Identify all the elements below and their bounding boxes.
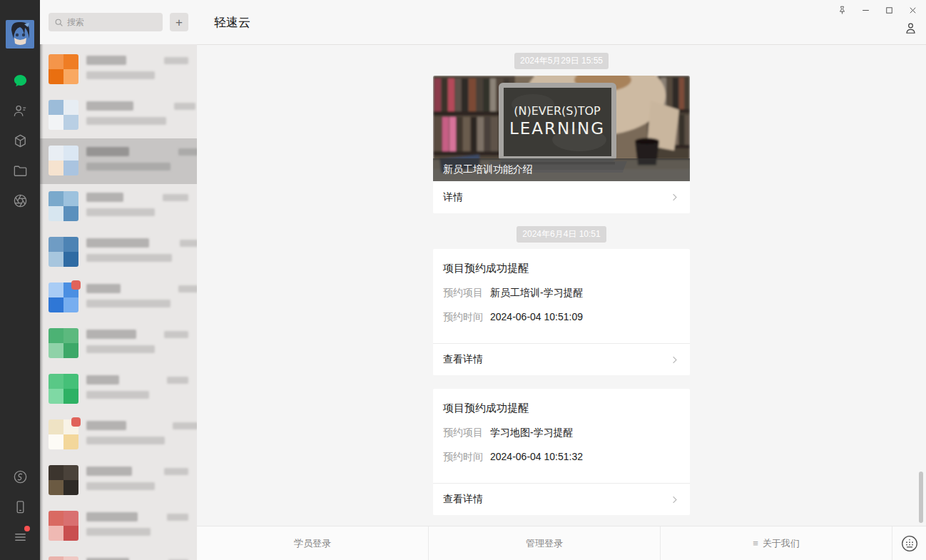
chat-list-item[interactable] [40,458,197,504]
field-value: 2024-06-04 10:51:09 [490,311,583,324]
field-value: 新员工培训-学习提醒 [490,287,584,300]
chat-time-redacted [167,514,188,521]
chat-time-redacted [163,194,188,201]
chat-list-item[interactable] [40,93,197,138]
chat-avatar [49,556,78,560]
user-avatar[interactable] [6,20,34,49]
search-row: + [40,0,197,44]
chat-name-redacted [86,238,149,248]
notice-detail-link[interactable]: 查看详情 [433,483,690,515]
search-box[interactable] [49,13,163,31]
pin-icon[interactable] [835,4,848,16]
chat-avatar [49,100,78,130]
more-menu-icon[interactable] [0,521,40,551]
chat-name-redacted [86,193,123,202]
chat-name-redacted [86,467,132,476]
notification-dot [24,526,30,531]
unread-badge [71,417,81,427]
maximize-icon[interactable] [882,4,895,16]
menu-item-about-us[interactable]: ≡ 关于我们 [661,526,892,560]
chat-list-item[interactable] [40,138,197,184]
chat-list-item[interactable] [40,412,197,458]
keyboard-toggle-icon[interactable] [892,526,926,560]
notice-message-card: 项目预约成功提醒 预约项目 学习地图-学习提醒 预约时间 2024-06-04 … [433,389,690,515]
chat-meta [86,556,161,560]
chat-name-redacted [86,375,119,385]
menu-label: 学员登录 [294,537,331,550]
chat-time-redacted [164,57,188,64]
date-separator: 2024年6月4日 10:51 [517,226,606,243]
chat-preview-redacted [86,163,171,170]
chat-name-redacted [86,421,126,430]
notice-detail-link[interactable]: 查看详情 [433,343,690,375]
mini-programs-icon[interactable] [0,462,40,492]
search-input[interactable] [67,17,157,27]
add-chat-button[interactable]: + [170,13,188,31]
wechat-window: + 轻速云 2024年5月29日 15:55 [0,0,926,560]
chat-avatar [49,374,78,404]
chat-list-item[interactable] [40,367,197,412]
chat-list-panel: + [40,0,197,560]
chat-list-item[interactable] [40,230,197,275]
chat-time-redacted [164,468,188,475]
chat-meta [86,328,156,353]
nav-rail [0,0,40,560]
unread-badge [71,280,81,290]
chat-name-redacted [86,101,133,111]
chat-list-items [40,44,197,560]
chat-list-item[interactable] [40,184,197,230]
chat-preview-redacted [86,391,149,399]
field-value: 学习地图-学习提醒 [490,427,574,439]
notice-body: 项目预约成功提醒 预约项目 新员工培训-学习提醒 预约时间 2024-06-04… [433,249,690,343]
files-icon[interactable] [0,156,40,185]
chat-time-redacted [174,103,195,110]
conversation-header: 轻速云 [197,0,926,45]
article-image[interactable]: (N)EVER(S)TOP LEARNING 新员工培训功能介绍 [433,76,690,181]
chat-list-item[interactable] [40,47,197,93]
phone-icon[interactable] [0,492,40,521]
chat-name-redacted [86,284,121,293]
chat-meta [86,54,156,79]
chat-avatar [49,465,78,495]
chat-list-item[interactable] [40,549,197,560]
chat-list-item[interactable] [40,275,197,321]
field-label: 预约项目 [443,427,483,439]
contacts-icon[interactable] [0,96,40,126]
chat-meta [86,100,166,125]
chat-avatar [49,328,78,358]
moments-icon[interactable] [0,185,40,215]
chat-time-redacted [167,377,188,384]
chat-time-redacted [173,422,197,429]
collections-icon[interactable] [0,126,40,156]
chat-time-redacted [178,285,197,292]
menu-item-student-login[interactable]: 学员登录 [197,526,429,560]
minimize-icon[interactable] [859,4,872,16]
message-area: 2024年5月29日 15:55 [197,45,926,526]
chat-name-redacted [86,56,126,65]
notice-body: 项目预约成功提醒 预约项目 学习地图-学习提醒 预约时间 2024-06-04 … [433,389,690,483]
notice-footer-label: 查看详情 [443,353,483,366]
close-icon[interactable] [906,4,919,16]
submenu-lines-icon: ≡ [753,538,758,549]
field-label: 预约项目 [443,287,483,300]
chat-list-item[interactable] [40,321,197,367]
field-value: 2024-06-04 10:51:32 [490,451,583,464]
chevron-right-icon [669,355,680,365]
chat-avatar [49,237,78,267]
vertical-scrollbar-thumb[interactable] [919,472,923,523]
notice-title: 项目预约成功提醒 [443,402,680,415]
chevron-right-icon [669,192,680,203]
chat-preview-redacted [86,71,155,79]
chats-icon[interactable] [0,66,40,96]
official-account-menu: 学员登录 管理登录 ≡ 关于我们 [197,526,926,560]
contact-profile-icon[interactable] [904,21,918,36]
conversation-panel: 轻速云 2024年5月29日 15:55 [197,0,926,560]
notice-field: 预约项目 学习地图-学习提醒 [443,427,680,439]
article-detail-link[interactable]: 详情 [433,181,690,213]
chat-list-item[interactable] [40,504,197,549]
chat-preview-redacted [86,528,151,536]
chat-name-redacted [86,330,136,339]
chalk-text-line2: LEARNING [509,119,605,138]
chat-avatar [49,146,78,175]
menu-item-admin-login[interactable]: 管理登录 [429,526,661,560]
